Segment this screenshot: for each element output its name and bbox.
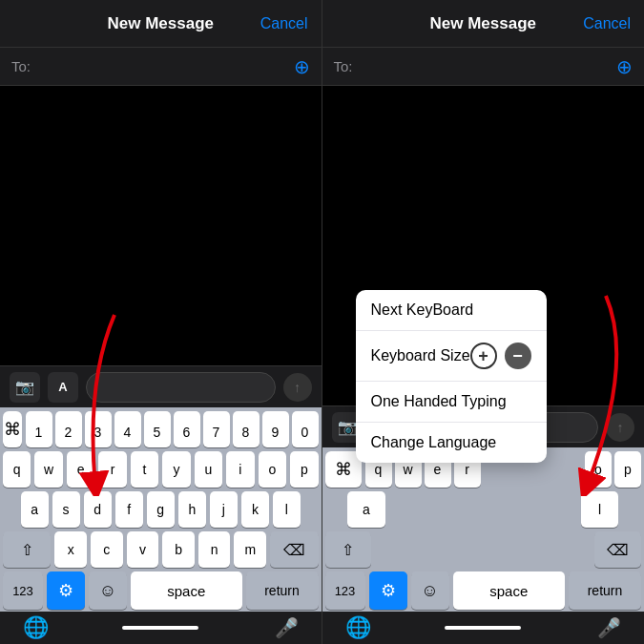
- key-0[interactable]: 0: [292, 411, 319, 447]
- right-delete-key[interactable]: ⌫: [594, 531, 641, 568]
- right-to-label: To:: [334, 58, 353, 74]
- right-keyboard: ⌘ q w e r o p a l ⇧ ⌫ 123: [322, 447, 645, 612]
- key-m[interactable]: m: [234, 531, 266, 568]
- key-8[interactable]: 8: [233, 411, 260, 447]
- menu-next-keyboard-label: Next KeyBoard: [371, 301, 474, 319]
- right-title: New Message: [430, 14, 537, 33]
- left-cancel-button[interactable]: Cancel: [260, 15, 308, 32]
- key-h[interactable]: h: [178, 491, 206, 528]
- left-shift-key[interactable]: ⇧: [3, 531, 51, 568]
- left-return-key[interactable]: return: [246, 571, 319, 610]
- key-a[interactable]: a: [21, 491, 49, 528]
- right-mic-icon[interactable]: 🎤: [597, 616, 621, 639]
- menu-item-keyboard-size: Keyboard Size + −: [356, 331, 547, 382]
- key-j[interactable]: j: [210, 491, 238, 528]
- left-message-input[interactable]: [86, 372, 276, 403]
- right-globe-icon[interactable]: 🌐: [345, 615, 371, 640]
- key-r[interactable]: r: [98, 451, 126, 488]
- right-key-l[interactable]: l: [581, 491, 618, 528]
- right-to-field: To: ⊕: [322, 48, 645, 86]
- key-k[interactable]: k: [241, 491, 269, 528]
- key-5[interactable]: 5: [144, 411, 171, 447]
- left-123-key[interactable]: 123: [3, 571, 43, 610]
- left-home-bar: [122, 626, 198, 630]
- right-panel: New Message Cancel To: ⊕ 📷 A ↑ ⌘ q w e r…: [322, 0, 645, 644]
- key-3[interactable]: 3: [85, 411, 112, 447]
- left-camera-button[interactable]: 📷: [10, 372, 40, 403]
- keyboard-size-increase-button[interactable]: +: [470, 343, 497, 369]
- menu-one-handed-label: One Handed Typing: [371, 393, 507, 410]
- key-y[interactable]: y: [162, 451, 190, 488]
- key-p[interactable]: p: [290, 451, 318, 488]
- key-g[interactable]: g: [147, 491, 175, 528]
- right-gear-key[interactable]: ⚙: [369, 571, 407, 610]
- left-delete-key[interactable]: ⌫: [270, 531, 318, 568]
- right-key-a[interactable]: a: [347, 491, 384, 528]
- key-1[interactable]: 1: [26, 411, 52, 447]
- left-to-field: To: ⊕: [0, 48, 322, 86]
- menu-keyboard-size-label: Keyboard Size: [371, 347, 470, 364]
- menu-item-one-handed[interactable]: One Handed Typing: [356, 382, 547, 423]
- key-v[interactable]: v: [127, 531, 159, 568]
- key-u[interactable]: u: [195, 451, 222, 488]
- key-o[interactable]: o: [259, 451, 286, 488]
- keyboard-size-decrease-button[interactable]: −: [505, 343, 531, 369]
- key-l[interactable]: l: [273, 491, 301, 528]
- left-header: New Message Cancel: [0, 0, 322, 48]
- left-add-recipient-button[interactable]: ⊕: [294, 57, 310, 76]
- key-6[interactable]: 6: [174, 411, 200, 447]
- keyboard-size-controls: + −: [470, 343, 531, 369]
- right-add-recipient-button[interactable]: ⊕: [616, 57, 633, 76]
- left-mic-icon[interactable]: 🎤: [275, 616, 299, 639]
- key-q[interactable]: q: [3, 451, 31, 488]
- key-w[interactable]: w: [34, 451, 62, 488]
- left-keyboard: ⌘ 1 2 3 4 5 6 7 8 9 0 q w e r t y u: [0, 407, 322, 612]
- key-b[interactable]: b: [162, 531, 195, 568]
- left-message-body[interactable]: [0, 86, 322, 365]
- left-space-key[interactable]: space: [131, 571, 242, 610]
- left-home-area: 🌐 🎤: [0, 612, 322, 644]
- key-f[interactable]: f: [115, 491, 143, 528]
- key-9[interactable]: 9: [262, 411, 289, 447]
- key-s[interactable]: s: [52, 491, 80, 528]
- keyboard-menu: Next KeyBoard Keyboard Size + − One Hand…: [356, 290, 547, 463]
- menu-item-change-language[interactable]: Change Language: [356, 423, 547, 463]
- right-shift-key[interactable]: ⇧: [325, 531, 372, 568]
- key-2[interactable]: 2: [55, 411, 82, 447]
- right-space-key[interactable]: space: [453, 571, 566, 610]
- right-header: New Message Cancel: [322, 0, 645, 48]
- left-toolbar: 📷 A ↑: [0, 365, 322, 407]
- right-send-button[interactable]: ↑: [606, 413, 634, 442]
- right-home-area: 🌐 🎤: [322, 612, 645, 644]
- key-d[interactable]: d: [84, 491, 112, 528]
- key-i[interactable]: i: [226, 451, 254, 488]
- key-7[interactable]: 7: [203, 411, 230, 447]
- right-home-bar: [445, 626, 521, 630]
- key-c[interactable]: c: [91, 531, 123, 568]
- left-emoji-key[interactable]: ☺: [89, 571, 127, 610]
- left-appstore-button[interactable]: A: [48, 372, 78, 403]
- key-4[interactable]: 4: [114, 411, 141, 447]
- menu-item-next-keyboard[interactable]: Next KeyBoard: [356, 290, 547, 331]
- menu-change-language-label: Change Language: [371, 434, 497, 451]
- right-123-key[interactable]: 123: [325, 571, 365, 610]
- key-e[interactable]: e: [67, 451, 94, 488]
- left-send-button[interactable]: ↑: [283, 373, 312, 402]
- left-globe-icon[interactable]: 🌐: [23, 615, 49, 640]
- left-panel: New Message Cancel To: ⊕ 📷 A ↑ ⌘ 1 2 3 4…: [0, 0, 322, 644]
- right-key-o[interactable]: o: [585, 451, 612, 488]
- right-emoji-key[interactable]: ☺: [411, 571, 449, 610]
- left-title: New Message: [108, 14, 215, 33]
- left-gear-key[interactable]: ⚙: [47, 571, 85, 610]
- right-cancel-button[interactable]: Cancel: [583, 15, 631, 32]
- key-n[interactable]: n: [198, 531, 231, 568]
- left-to-label: To:: [11, 58, 31, 74]
- key-x[interactable]: x: [54, 531, 87, 568]
- left-cmd-key[interactable]: ⌘: [3, 411, 22, 447]
- right-key-p[interactable]: p: [614, 451, 641, 488]
- key-t[interactable]: t: [131, 451, 158, 488]
- right-return-key[interactable]: return: [569, 571, 641, 610]
